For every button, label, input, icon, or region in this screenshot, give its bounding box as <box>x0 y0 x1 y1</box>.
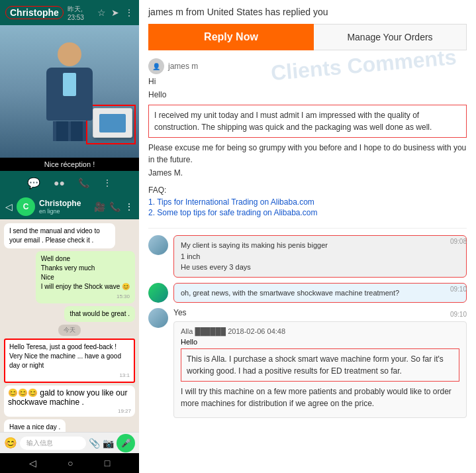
share-icon[interactable]: ➤ <box>111 7 119 18</box>
highlighted-message-text: I received my unit today and I must admi… <box>154 111 432 132</box>
chat-msg-5: 😊😊😊 gald to know you like our shockwave … <box>4 386 135 417</box>
wa-chat-icon[interactable]: 💬 <box>27 177 40 189</box>
msg-time-4: 13:1 <box>9 372 130 379</box>
emoji-input-icon[interactable]: 😊 <box>4 437 17 449</box>
phone-header: Christophe 昨天, 23:53 ☆ ➤ ⋮ <box>0 0 139 25</box>
msg-text-6: Have a nice day . <box>9 423 60 431</box>
chat-avatar-3 <box>148 308 168 328</box>
faq-link-2[interactable]: 2. Some top tips for safe trading on Ali… <box>148 208 467 217</box>
back-icon[interactable]: ◁ <box>5 201 13 212</box>
plain-message: Please excuse me for being so grumpy wit… <box>148 142 467 166</box>
chat-content-1: My client is saying its making his penis… <box>173 235 467 278</box>
camera-icon[interactable]: 📷 <box>103 438 114 448</box>
email-block: Alla ██████ 2018-02-06 04:48 Hello This … <box>173 321 467 418</box>
chat-input-bar: 😊 输入信息 📎 📷 🎤 <box>0 432 139 453</box>
chat-contact-name: Christophe <box>39 199 90 208</box>
star-icon[interactable]: ☆ <box>97 7 106 18</box>
chat-text-2: oh, great news, with the smartwave shock… <box>181 289 399 297</box>
faq-link-1[interactable]: 1. Tips for International Trading on Ali… <box>148 197 467 207</box>
phone-nav-bar: ◁ ○ □ <box>0 453 139 473</box>
chat-content-2: oh, great news, with the smartwave shock… <box>173 283 467 303</box>
input-placeholder: 输入信息 <box>26 439 53 447</box>
greeting-hi: Hi <box>148 77 467 86</box>
mic-button[interactable]: 🎤 <box>117 434 135 452</box>
video-icon[interactable]: 🎥 <box>94 201 105 212</box>
chat-row-3: Yes Alla ██████ 2018-02-06 04:48 Hello T… <box>148 308 467 418</box>
chat-msg-4-red: Hello Teresa, just a good feed-back ! Ve… <box>4 339 135 383</box>
right-content: Clients Comments james m from United Sta… <box>148 7 467 418</box>
chat-msg-1: I send the manual and video to your emai… <box>4 223 115 248</box>
left-panel: Christophe 昨天, 23:53 ☆ ➤ ⋮ ↓ Nice récept… <box>0 0 139 473</box>
chat-content-3: Yes Alla ██████ 2018-02-06 04:48 Hello T… <box>173 308 467 418</box>
date-divider: 今天 <box>58 325 81 336</box>
chat-msg-2: Well doneThanks very muchNiceI will enjo… <box>36 251 135 303</box>
profile-image: ↓ <box>0 25 139 158</box>
chat-bubble-1: My client is saying its making his penis… <box>173 235 467 278</box>
msg-time-2: 15:30 <box>41 293 130 300</box>
sender-avatar-icon: 👤 <box>152 63 160 70</box>
nice-reception-bar: Nice réception ! <box>0 158 139 171</box>
signature: James M. <box>148 168 467 178</box>
chat-text-1b: 1 inch <box>181 252 200 260</box>
chat-avatar-1 <box>148 235 168 255</box>
msg-text-1: I send the manual and video to your emai… <box>9 227 100 244</box>
recents-nav-btn[interactable]: □ <box>105 458 110 468</box>
chat-text-1c: He uses every 3 days <box>181 263 251 271</box>
chat-menu-icon[interactable]: ⋮ <box>124 201 134 212</box>
email-highlighted: This is Alla. I purchase a shock smart w… <box>181 348 459 382</box>
person-head <box>58 42 81 66</box>
chat-time-1: 09:08 <box>450 238 467 245</box>
msg-time-5: 19:27 <box>8 408 131 414</box>
faq-label: FAQ: <box>148 185 467 195</box>
product-box <box>93 108 132 138</box>
chat-row-1: My client is saying its making his penis… <box>148 235 467 278</box>
contact-sub: 昨天, 23:53 <box>68 5 93 21</box>
header-icons: ☆ ➤ ⋮ <box>97 7 134 18</box>
back-nav-btn[interactable]: ◁ <box>29 458 36 468</box>
msg-text-5: 😊😊😊 gald to know you like our shockwave … <box>8 388 127 407</box>
wa-more-icon[interactable]: ⋮ <box>103 178 112 188</box>
email-greeting: Hello <box>181 338 459 346</box>
manage-orders-button[interactable]: Manage Your Orders <box>314 24 467 50</box>
chat-text-1: My client is saying its making his penis… <box>181 241 328 249</box>
contact-name-header[interactable]: Christophe <box>5 6 64 19</box>
wa-call-icon[interactable]: 📞 <box>78 178 89 188</box>
yes-label: Yes <box>173 308 467 317</box>
message-hello-label: Hello <box>148 89 467 101</box>
msg-text-4: Hello Teresa, just a good feed-back ! Ve… <box>9 343 121 369</box>
action-buttons: Reply Now Manage Your Orders <box>148 24 467 50</box>
contact-info: Christophe en ligne <box>39 199 90 215</box>
chat-contact-header: ◁ C Christophe en ligne 🎥 📞 ⋮ <box>0 195 139 219</box>
chat-input-field[interactable]: 输入信息 <box>20 437 86 450</box>
wa-status-icon[interactable]: ●● <box>54 178 65 188</box>
email-plain: I will try this machine on a few more pa… <box>181 386 459 409</box>
home-nav-btn[interactable]: ○ <box>68 458 73 468</box>
nice-reception-text: Nice réception ! <box>44 160 95 168</box>
right-panel: Clients Comments james m from United Sta… <box>139 0 476 473</box>
attach-icon[interactable]: 📎 <box>89 438 100 448</box>
chat-time-2: 09:10 <box>450 286 467 293</box>
sender-name: james m <box>168 62 198 71</box>
msg-text-2: Well doneThanks very muchNiceI will enjo… <box>41 255 130 290</box>
sender-avatar: 👤 <box>148 58 164 74</box>
page-title: james m from United States has replied y… <box>148 7 467 17</box>
chat-contact-status: en ligne <box>39 208 90 215</box>
menu-icon[interactable]: ⋮ <box>124 7 134 18</box>
chat-msg-6: Have a nice day . 19:27 <box>4 419 66 432</box>
faq-section: FAQ: 1. Tips for International Trading o… <box>148 185 467 217</box>
chat-row-2: oh, great news, with the smartwave shock… <box>148 283 467 303</box>
reply-now-button[interactable]: Reply Now <box>148 24 314 50</box>
highlighted-message-box: I received my unit today and I must admi… <box>148 105 467 138</box>
chat-avatar-2 <box>148 283 168 303</box>
chat-msg-3: that would be great . <box>64 306 135 322</box>
msg-text-3: that would be great . <box>70 310 130 317</box>
sender-row: 👤 james m <box>148 58 467 74</box>
chat-area: I send the manual and video to your emai… <box>0 219 139 432</box>
phone-icon[interactable]: 📞 <box>109 201 120 212</box>
email-highlighted-text: This is Alla. I purchase a shock smart w… <box>187 354 444 376</box>
contact-avatar: C <box>17 197 35 216</box>
chat-bubble-2: oh, great news, with the smartwave shock… <box>173 283 467 303</box>
person-body <box>46 68 93 121</box>
chat-time-3: 09:10 <box>450 311 467 318</box>
whatsapp-nav: 💬 ●● 📞 ⋮ <box>0 171 139 195</box>
